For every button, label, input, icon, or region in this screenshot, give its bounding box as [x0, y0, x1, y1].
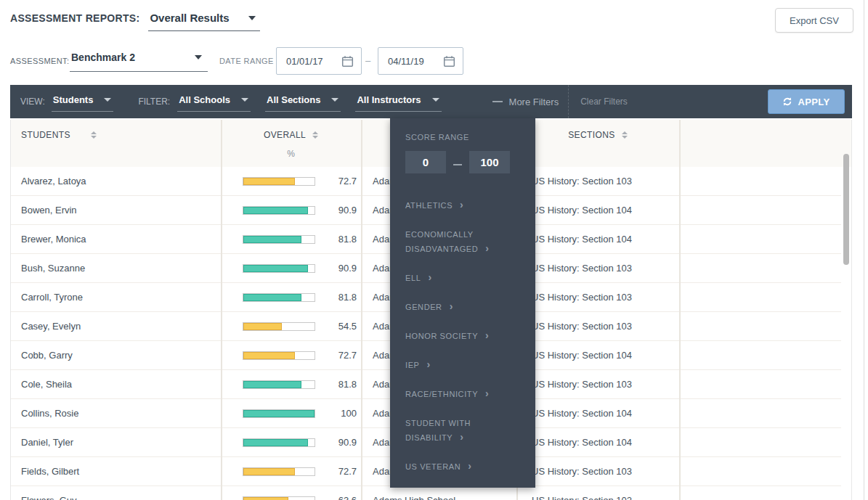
apply-button[interactable]: APPLY [768, 89, 845, 114]
view-value: Students [53, 94, 94, 105]
filter-item-athletics[interactable]: ATHLETICS› [405, 198, 530, 213]
overall-score-value: 81.8 [320, 370, 357, 398]
chevron-right-icon: › [485, 329, 489, 341]
reports-header: ASSESSMENT REPORTS: Overall Results [10, 10, 260, 31]
overall-score-bar-fill [243, 265, 308, 272]
overall-score-bar [243, 409, 315, 418]
filter-item-label: GENDER [405, 303, 442, 311]
chevron-right-icon: › [460, 431, 463, 443]
sort-icon [622, 131, 628, 139]
student-name-cell: Daniel, Tyler [21, 428, 73, 456]
chevron-right-icon: › [450, 300, 453, 312]
vertical-scrollbar-thumb[interactable] [843, 154, 849, 265]
refresh-icon [782, 97, 792, 107]
assessment-value: Benchmark 2 [71, 52, 135, 63]
view-label: VIEW: [20, 97, 45, 107]
overall-score-bar [243, 235, 315, 244]
overall-column-header[interactable]: OVERALL [221, 130, 361, 140]
section-cell: US History: Section 103 [532, 312, 632, 340]
section-cell: US History: Section 104 [532, 225, 632, 253]
reports-title-label: ASSESSMENT REPORTS: [10, 10, 139, 24]
section-cell: US History: Section 102 [532, 486, 632, 500]
section-cell: US History: Section 103 [532, 457, 632, 485]
view-dropdown[interactable]: Students [52, 93, 114, 112]
schools-dropdown[interactable]: All Schools [177, 93, 251, 112]
student-name-cell: Brewer, Monica [21, 225, 86, 253]
school-cell: Adams High School [373, 486, 455, 500]
column-divider [361, 120, 362, 500]
filters-toolbar: VIEW: Students FILTER: All Schools All S… [10, 85, 852, 118]
overall-score-value: 90.9 [320, 196, 357, 224]
assessment-reports-page: ASSESSMENT REPORTS: Overall Results Expo… [0, 0, 868, 500]
filter-item-ell[interactable]: ELL› [405, 271, 530, 285]
overall-score-value: 72.7 [320, 167, 357, 195]
score-min-input[interactable] [405, 151, 446, 173]
assessment-dropdown[interactable]: Benchmark 2 [70, 49, 208, 72]
assessment-filter-row: ASSESSMENT: Benchmark 2 DATE RANGE 01/01… [0, 47, 868, 76]
chevron-right-icon: › [428, 271, 431, 283]
filter-item-label: ELL [405, 274, 421, 282]
overall-score-bar-fill [243, 294, 301, 301]
sections-dropdown[interactable]: All Sections [265, 93, 341, 112]
chevron-right-icon: › [460, 199, 463, 210]
overall-score-value: 90.9 [320, 254, 357, 282]
filter-item-label: IEP [405, 361, 420, 369]
students-column-header[interactable]: STUDENTS [21, 130, 97, 140]
overall-score-bar [243, 380, 315, 389]
overall-score-bar-fill [243, 236, 301, 243]
clear-filters-button[interactable]: Clear Filters [580, 97, 628, 107]
more-filters-toggle[interactable]: More Filters [509, 97, 559, 107]
export-csv-button[interactable]: Export CSV [775, 8, 853, 33]
calendar-icon[interactable] [341, 55, 354, 67]
filter-item-student-with-disability[interactable]: STUDENT WITH DISABILITY› [405, 416, 530, 445]
caret-down-icon [241, 98, 248, 102]
section-cell: US History: Section 104 [532, 196, 632, 224]
report-type-dropdown[interactable]: Overall Results [148, 10, 259, 31]
filter-item-race-ethnicity[interactable]: RACE/ETHNICITY› [405, 387, 530, 401]
section-cell: US History: Section 104 [532, 428, 632, 456]
student-name-cell: Alvarez, Latoya [21, 167, 86, 195]
filter-item-us-veteran[interactable]: US VETERAN› [405, 459, 530, 474]
sort-icon [312, 131, 318, 139]
overall-score-value: 100 [320, 399, 357, 427]
overall-score-bar-fill [243, 410, 315, 417]
score-max-input[interactable] [469, 151, 510, 173]
report-type-value: Overall Results [150, 12, 229, 24]
filter-item-iep[interactable]: IEP› [405, 358, 530, 372]
overall-score-bar [243, 322, 315, 331]
section-cell: US History: Section 104 [532, 399, 632, 427]
filter-item-honor-society[interactable]: HONOR SOCIETY› [405, 329, 530, 343]
column-divider [679, 120, 681, 500]
date-range-label: DATE RANGE [219, 57, 274, 65]
filter-label: FILTER: [138, 97, 170, 107]
apply-label: APPLY [798, 97, 830, 107]
filter-item-label: ECONOMICALLY DISADVANTAGED [405, 230, 478, 253]
chevron-right-icon: › [485, 242, 489, 254]
filter-item-label: US VETERAN [405, 462, 461, 471]
overall-score-bar [243, 467, 315, 476]
filter-item-gender[interactable]: GENDER› [405, 300, 530, 314]
student-name-cell: Bowen, Ervin [21, 196, 77, 224]
student-name-cell: Casey, Evelyn [21, 312, 81, 340]
date-to-input[interactable]: 04/11/19 [378, 47, 463, 75]
section-cell: US History: Section 104 [532, 341, 632, 369]
overall-score-bar [243, 293, 315, 302]
student-name-cell: Cole, Sheila [21, 370, 72, 398]
filter-item-economically-disadvantaged[interactable]: ECONOMICALLY DISADVANTAGED› [405, 227, 530, 256]
more-filters-panel: SCORE RANGE ATHLETICS›ECONOMICALLY DISAD… [390, 118, 535, 488]
sections-value: All Sections [267, 94, 320, 105]
caret-down-icon [104, 98, 111, 102]
instructors-dropdown[interactable]: All Instructors [355, 93, 441, 112]
caret-down-icon [331, 98, 338, 102]
table-row: Flowers, Guy63.6Adams High SchoolUS Hist… [11, 486, 841, 500]
overall-score-bar-fill [243, 468, 295, 475]
filter-item-label: HONOR SOCIETY [405, 332, 478, 340]
date-from-input[interactable]: 01/01/17 [276, 47, 362, 75]
filter-item-label: RACE/ETHNICITY [405, 390, 478, 398]
date-to-value: 04/11/19 [388, 56, 424, 67]
student-name-cell: Cobb, Garry [21, 341, 73, 369]
calendar-icon[interactable] [443, 55, 455, 67]
section-cell: US History: Section 103 [532, 167, 632, 195]
sections-column-header[interactable]: SECTIONS [516, 130, 679, 140]
date-from-value: 01/01/17 [286, 56, 323, 67]
